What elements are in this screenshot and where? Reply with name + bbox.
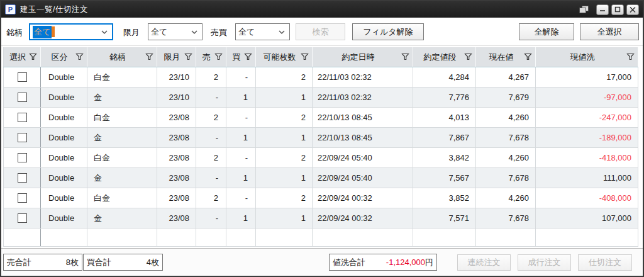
row-checkbox[interactable] xyxy=(18,153,27,162)
pl-total-value: -1,124,000 xyxy=(386,257,425,267)
filter-funnel-icon[interactable] xyxy=(184,53,192,62)
column-header-pl[interactable]: 現値洗 xyxy=(536,47,638,67)
column-header-sell[interactable]: 売 xyxy=(196,47,226,67)
close-order-button[interactable]: 仕切注文 xyxy=(578,254,632,271)
cell-datetime: 22/11/03 02:32 xyxy=(313,67,413,87)
filter-funnel-icon[interactable] xyxy=(464,53,472,62)
filter-funnel-icon[interactable] xyxy=(301,53,309,62)
cell-datetime: 22/10/13 08:45 xyxy=(313,128,413,147)
cell-current: 7,679 xyxy=(476,88,536,107)
cell-datetime: 22/09/24 05:40 xyxy=(313,148,413,167)
empty-cell xyxy=(226,229,256,246)
column-header-current[interactable]: 現在値 xyxy=(476,47,536,67)
cell-symbol: 白金 xyxy=(87,148,157,167)
select-all-button[interactable]: 全選択 xyxy=(580,23,639,40)
column-header-qty[interactable]: 可能枚数 xyxy=(256,47,313,67)
cell-category: Double xyxy=(41,148,87,167)
side-filter-value: 全て xyxy=(238,26,255,38)
table-row[interactable]: Double金23/08-1122/09/24 00:327,5717,6781… xyxy=(3,208,638,229)
row-checkbox[interactable] xyxy=(18,93,27,102)
column-header-buy[interactable]: 買 xyxy=(226,47,256,67)
sell-total-box: 売合計 8枚 xyxy=(3,254,82,271)
continuous-order-button[interactable]: 連続注文 xyxy=(457,254,511,271)
table-row[interactable]: Double金23/10-1122/11/03 02:327,7767,679-… xyxy=(3,88,638,108)
cell-category: Double xyxy=(41,188,87,208)
status-bar: 売合計 8枚 買合計 4枚 値洗合計 -1,124,000 円 連続注文 成行注… xyxy=(1,248,643,276)
cell-month: 23/08 xyxy=(157,188,196,208)
month-filter-combobox[interactable]: 全て xyxy=(148,23,203,40)
row-checkbox[interactable] xyxy=(18,213,27,223)
row-select-cell xyxy=(3,108,41,127)
close-button[interactable] xyxy=(626,4,639,15)
row-select-cell xyxy=(3,128,41,147)
filter-funnel-icon[interactable] xyxy=(244,53,252,62)
filter-funnel-icon[interactable] xyxy=(145,53,153,62)
column-header-category[interactable]: 区分 xyxy=(41,47,87,67)
cell-buy: 1 xyxy=(226,168,256,188)
side-filter-combobox[interactable]: 全て xyxy=(235,23,290,40)
cell-month: 23/10 xyxy=(157,88,196,107)
chevron-down-icon[interactable] xyxy=(191,27,198,37)
cell-month: 23/08 xyxy=(157,128,196,147)
column-header-month[interactable]: 限月 xyxy=(157,47,196,67)
column-header-symbol[interactable]: 銘柄 xyxy=(87,47,157,67)
pl-total-box: 値洗合計 -1,124,000 円 xyxy=(329,254,437,271)
buy-total-label: 買合計 xyxy=(87,257,111,268)
cell-symbol: 金 xyxy=(87,88,157,107)
titlebar: P 建玉一覧/仕切注文 xyxy=(1,1,643,18)
cell-symbol: 白金 xyxy=(87,108,157,127)
filter-funnel-icon[interactable] xyxy=(626,53,635,62)
cell-buy: - xyxy=(226,108,256,127)
row-checkbox[interactable] xyxy=(18,193,27,203)
text-caret xyxy=(52,26,55,37)
table-row[interactable]: Double金23/08-1122/09/24 05:407,5677,6781… xyxy=(3,168,638,188)
chevron-down-icon[interactable] xyxy=(101,27,108,37)
cell-current: 4,260 xyxy=(476,148,536,167)
clear-filter-button[interactable]: フィルタ解除 xyxy=(352,23,424,40)
filter-funnel-icon[interactable] xyxy=(214,53,223,62)
cell-sell: 2 xyxy=(196,148,226,167)
filter-funnel-icon[interactable] xyxy=(29,53,37,62)
cell-datetime: 22/10/13 08:45 xyxy=(313,108,413,127)
row-checkbox[interactable] xyxy=(18,113,27,122)
market-order-button[interactable]: 成行注文 xyxy=(518,254,571,271)
cell-qty: 1 xyxy=(256,128,313,147)
table-row[interactable]: Double白金23/082-222/10/13 08:454,0134,260… xyxy=(3,108,638,128)
cell-price: 7,567 xyxy=(413,168,476,188)
filter-funnel-icon[interactable] xyxy=(524,53,532,62)
search-button[interactable]: 検索 xyxy=(296,23,345,40)
cell-symbol: 金 xyxy=(87,128,157,147)
column-header-datetime[interactable]: 約定日時 xyxy=(313,47,413,67)
popup-window-icon[interactable] xyxy=(579,5,590,14)
column-header-price[interactable]: 約定値段 xyxy=(413,47,476,67)
cell-sell: - xyxy=(196,88,226,107)
table-row[interactable]: Double白金23/102-222/11/03 02:324,2844,267… xyxy=(3,67,638,88)
deselect-all-button[interactable]: 全解除 xyxy=(519,23,574,40)
chevron-down-icon[interactable] xyxy=(278,27,286,37)
table-row[interactable]: Double白金23/082-222/09/24 00:323,8524,260… xyxy=(3,188,638,208)
sell-total-value: 8枚 xyxy=(66,257,79,268)
cell-buy: - xyxy=(226,148,256,167)
column-header-select[interactable]: 選択 xyxy=(3,47,41,67)
cell-price: 7,776 xyxy=(413,88,476,107)
cell-pl: 111,000 xyxy=(536,168,638,188)
minimize-button[interactable] xyxy=(596,4,609,15)
cell-category: Double xyxy=(41,67,87,87)
table-row[interactable]: Double白金23/082-222/09/24 05:403,8424,260… xyxy=(3,148,638,168)
filter-funnel-icon[interactable] xyxy=(75,53,84,62)
empty-cell xyxy=(41,229,87,246)
month-filter-value: 全て xyxy=(151,26,167,38)
row-checkbox[interactable] xyxy=(18,173,27,183)
maximize-button[interactable] xyxy=(611,4,624,15)
app-icon: P xyxy=(5,4,16,14)
row-checkbox[interactable] xyxy=(18,72,27,82)
cell-qty: 2 xyxy=(256,188,313,208)
row-select-cell xyxy=(3,208,41,228)
table-row[interactable]: Double金23/08-1122/10/13 08:457,8677,678-… xyxy=(3,128,638,148)
filter-funnel-icon[interactable] xyxy=(401,53,409,62)
cell-pl: -247,000 xyxy=(536,108,638,127)
symbol-filter-combobox[interactable]: 全て xyxy=(29,23,113,40)
row-checkbox[interactable] xyxy=(18,133,27,142)
cell-category: Double xyxy=(41,208,87,228)
table-header-row: 選択区分銘柄限月売買可能枚数約定日時約定値段現在値現値洗 xyxy=(3,47,638,67)
